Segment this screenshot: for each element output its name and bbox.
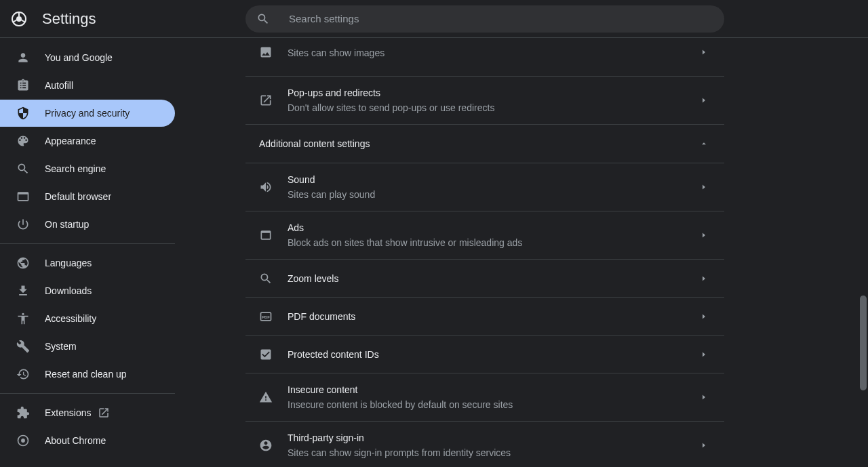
sidebar-item-label: Default browser xyxy=(45,191,111,202)
clipboard-icon xyxy=(16,79,30,92)
checkbox-icon xyxy=(259,348,273,361)
sidebar-item-accessibility[interactable]: Accessibility xyxy=(0,305,175,332)
svg-point-1 xyxy=(16,16,22,22)
main-content: Sites can show images Pop-ups and redire… xyxy=(175,38,868,467)
pdf-icon: PDF xyxy=(259,310,273,323)
chevron-right-icon xyxy=(697,348,711,361)
sidebar-item-label: Autofill xyxy=(45,80,73,91)
setting-row-pdf[interactable]: PDF PDF documents xyxy=(245,297,724,335)
chevron-up-icon xyxy=(697,137,711,150)
setting-title: Third-party sign-in xyxy=(288,431,697,445)
shield-icon xyxy=(16,106,30,120)
sidebar-item-appearance[interactable]: Appearance xyxy=(0,127,175,155)
history-icon xyxy=(16,367,30,381)
setting-row-zoom[interactable]: Zoom levels xyxy=(245,259,724,297)
sidebar-item-privacy-security[interactable]: Privacy and security xyxy=(0,100,175,127)
sidebar-item-label: Extensions xyxy=(45,407,91,418)
sidebar-item-label: Accessibility xyxy=(45,313,96,324)
search-settings-box[interactable] xyxy=(245,5,724,33)
volume-icon xyxy=(259,180,273,194)
setting-subtitle: Sites can show images xyxy=(288,46,697,60)
person-icon xyxy=(16,51,30,64)
setting-title: Insecure content xyxy=(288,383,697,397)
sidebar-item-default-browser[interactable]: Default browser xyxy=(0,183,175,210)
puzzle-icon xyxy=(16,406,30,420)
sidebar-item-search-engine[interactable]: Search engine xyxy=(0,155,175,182)
accessibility-icon xyxy=(16,312,30,325)
palette-icon xyxy=(16,134,30,148)
chevron-right-icon xyxy=(697,180,711,194)
setting-subtitle: Don't allow sites to send pop-ups or use… xyxy=(288,101,697,115)
sidebar-item-label: About Chrome xyxy=(45,435,106,446)
search-icon xyxy=(16,162,30,176)
chevron-right-icon xyxy=(697,228,711,242)
window-icon xyxy=(259,228,273,242)
chrome-logo-icon xyxy=(11,11,27,27)
app-header: Settings xyxy=(0,0,868,38)
sidebar-item-autofill[interactable]: Autofill xyxy=(0,72,175,99)
setting-title: Zoom levels xyxy=(288,272,697,285)
sidebar: You and Google Autofill Privacy and secu… xyxy=(0,38,175,467)
search-icon xyxy=(259,272,273,285)
chevron-right-icon xyxy=(697,45,711,59)
scrollbar-thumb[interactable] xyxy=(860,296,867,390)
setting-title: Sound xyxy=(288,173,697,186)
sidebar-divider xyxy=(0,393,175,394)
sidebar-item-label: Downloads xyxy=(45,285,92,296)
setting-row-protected-content[interactable]: Protected content IDs xyxy=(245,335,724,373)
sidebar-item-reset[interactable]: Reset and clean up xyxy=(0,361,175,388)
svg-text:PDF: PDF xyxy=(262,314,270,319)
setting-subtitle: Block ads on sites that show intrusive o… xyxy=(288,236,697,249)
chevron-right-icon xyxy=(697,94,711,107)
sidebar-item-label: Reset and clean up xyxy=(45,369,127,380)
sidebar-item-label: Privacy and security xyxy=(45,108,130,119)
setting-title: Pop-ups and redirects xyxy=(288,86,697,100)
chrome-icon xyxy=(16,434,30,447)
chevron-right-icon xyxy=(697,390,711,404)
sidebar-item-you-and-google[interactable]: You and Google xyxy=(0,44,175,71)
external-link-icon xyxy=(98,407,110,419)
section-additional-content[interactable]: Additional content settings xyxy=(245,124,724,163)
chevron-right-icon xyxy=(697,439,711,452)
open-in-new-icon xyxy=(259,94,273,107)
sidebar-item-system[interactable]: System xyxy=(0,333,175,360)
sidebar-item-about-chrome[interactable]: About Chrome xyxy=(0,427,175,454)
sidebar-item-downloads[interactable]: Downloads xyxy=(0,277,175,304)
sidebar-item-on-startup[interactable]: On startup xyxy=(0,211,175,238)
setting-row-popups[interactable]: Pop-ups and redirects Don't allow sites … xyxy=(245,76,724,124)
chevron-right-icon xyxy=(697,310,711,323)
setting-row-ads[interactable]: Ads Block ads on sites that show intrusi… xyxy=(245,211,724,259)
setting-row-third-party-signin[interactable]: Third-party sign-in Sites can show sign-… xyxy=(245,421,724,467)
image-icon xyxy=(259,45,273,59)
setting-row-sound[interactable]: Sound Sites can play sound xyxy=(245,163,724,211)
setting-subtitle: Insecure content is blocked by default o… xyxy=(288,398,697,411)
setting-title: Protected content IDs xyxy=(288,348,697,361)
download-icon xyxy=(16,284,30,298)
power-icon xyxy=(16,218,30,231)
sidebar-item-label: You and Google xyxy=(45,52,113,63)
search-input[interactable] xyxy=(289,13,713,24)
page-title: Settings xyxy=(42,10,96,28)
browser-icon xyxy=(16,190,30,203)
setting-row-images[interactable]: Sites can show images xyxy=(245,38,724,76)
setting-title: Ads xyxy=(288,221,697,235)
scrollbar[interactable] xyxy=(859,38,868,467)
search-icon xyxy=(256,12,279,26)
setting-subtitle: Sites can show sign-in prompts from iden… xyxy=(288,446,697,460)
section-title: Additional content settings xyxy=(259,138,370,149)
setting-title: PDF documents xyxy=(288,310,697,323)
sidebar-divider xyxy=(0,243,175,244)
sidebar-item-label: System xyxy=(45,341,77,352)
account-icon xyxy=(259,439,273,452)
globe-icon xyxy=(16,256,30,270)
warning-icon xyxy=(259,390,273,404)
sidebar-item-label: Appearance xyxy=(45,136,96,146)
sidebar-item-label: Search engine xyxy=(45,163,106,174)
chevron-right-icon xyxy=(697,272,711,285)
sidebar-item-label: On startup xyxy=(45,219,89,230)
sidebar-item-extensions[interactable]: Extensions xyxy=(0,399,175,426)
setting-row-insecure-content[interactable]: Insecure content Insecure content is blo… xyxy=(245,373,724,421)
sidebar-item-languages[interactable]: Languages xyxy=(0,249,175,277)
wrench-icon xyxy=(16,340,30,353)
setting-subtitle: Sites can play sound xyxy=(288,188,697,201)
